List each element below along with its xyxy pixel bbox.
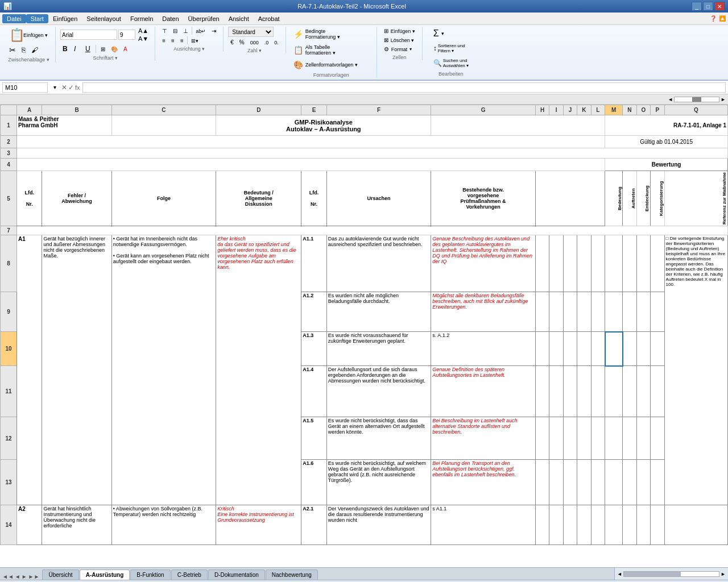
- cell-Q8[interactable]: □ Die vorliegende Einstufung der Bewertu…: [664, 235, 727, 505]
- cell-Q5[interactable]: Referenz zur Maßnahme: [664, 171, 727, 226]
- cell-H5[interactable]: [535, 171, 605, 226]
- cell-G9[interactable]: Möglichst alle denkbaren Beladungsfälle …: [431, 292, 536, 332]
- cell-O10[interactable]: [636, 332, 650, 366]
- col-header-I[interactable]: I: [549, 105, 563, 115]
- cell-B8[interactable]: Gerät hat bezüglich innerer und äußerer …: [42, 235, 111, 505]
- sheet-next-one-button[interactable]: ►: [22, 573, 27, 580]
- cell-G1[interactable]: [431, 115, 605, 136]
- formula-expand-button[interactable]: ▾: [50, 83, 59, 92]
- menu-ansicht[interactable]: Ansicht: [224, 14, 254, 23]
- horizontal-scrollbar[interactable]: [623, 571, 719, 577]
- cell-K8[interactable]: [577, 235, 591, 292]
- underline-button[interactable]: U: [83, 44, 93, 54]
- cell-M5[interactable]: Bedeutung: [605, 171, 623, 226]
- menu-formeln[interactable]: Formeln: [126, 14, 158, 23]
- cell-A1[interactable]: Maas & PeitherPharma GmbH: [16, 115, 111, 136]
- sheet-prev-one-button[interactable]: ◄: [15, 573, 20, 580]
- menu-acrobat[interactable]: Acrobat: [254, 14, 284, 23]
- cell-D14[interactable]: KritischEine korrekte Instrumentierung i…: [216, 505, 301, 545]
- cell-row7[interactable]: [16, 226, 727, 235]
- copy-button[interactable]: ⎘: [19, 44, 28, 56]
- currency-button[interactable]: €: [228, 38, 236, 47]
- col-header-P[interactable]: P: [651, 105, 664, 115]
- cell-G11[interactable]: Genaue Definition des späteren Aufstellu…: [431, 366, 536, 417]
- col-header-J[interactable]: J: [563, 105, 577, 115]
- col-header-L[interactable]: L: [591, 105, 605, 115]
- increase-decimal-button[interactable]: .0: [262, 38, 271, 47]
- cell-P10[interactable]: [651, 332, 664, 366]
- cell-P14[interactable]: [651, 505, 664, 545]
- scroll-right-icon[interactable]: ►: [721, 97, 726, 102]
- cell-J9[interactable]: [563, 292, 577, 332]
- cell-O8[interactable]: [636, 235, 650, 292]
- menu-ueberpruefen[interactable]: Überprüfen: [184, 14, 224, 23]
- text-direction-button[interactable]: ab↵: [193, 27, 208, 35]
- cell-E9[interactable]: A1.2: [301, 292, 326, 332]
- cell-N10[interactable]: [623, 332, 636, 366]
- col-header-Q[interactable]: Q: [664, 105, 727, 115]
- cell-D5[interactable]: Bedeutung /AllgemeineDiskussion: [216, 171, 301, 226]
- cell-E11[interactable]: A1.4: [301, 366, 326, 417]
- cell-G14[interactable]: s A1.1: [431, 505, 536, 545]
- sheet-tab-c-betrieb[interactable]: C-Betrieb: [171, 569, 208, 580]
- border-button[interactable]: ⊞: [98, 45, 107, 53]
- cell-F11[interactable]: Der Aufstellungsort und die sich daraus …: [326, 366, 431, 417]
- sheet-tab-uebersicht[interactable]: Übersicht: [42, 569, 78, 580]
- cell-O9[interactable]: [636, 292, 650, 332]
- number-format-select[interactable]: Standard Zahl Währung Datum: [228, 27, 274, 37]
- close-button[interactable]: ✕: [714, 2, 725, 11]
- cell-G12[interactable]: Bei Beschreibung im Lastenheft auch alte…: [431, 417, 536, 460]
- scroll-left-icon[interactable]: ◄: [668, 97, 673, 102]
- cell-A14[interactable]: A2: [16, 505, 42, 545]
- thousands-button[interactable]: 000: [248, 38, 261, 47]
- col-header-H[interactable]: H: [535, 105, 549, 115]
- cell-J10[interactable]: [563, 332, 577, 366]
- cell-G10[interactable]: s. A.1.2: [431, 332, 536, 366]
- sort-filter-button[interactable]: ↕Sortieren undFiltern ▾: [431, 41, 471, 55]
- format-cells-button[interactable]: ⚙Format ▾: [382, 45, 417, 53]
- col-header-B[interactable]: B: [42, 105, 111, 115]
- cell-K9[interactable]: [577, 292, 591, 332]
- format-painter-button[interactable]: 🖌: [29, 44, 40, 56]
- col-header-N[interactable]: N: [623, 105, 636, 115]
- insert-cells-button[interactable]: ⊞Einfügen ▾: [382, 27, 417, 35]
- cell-M13[interactable]: [605, 460, 623, 505]
- cell-F13[interactable]: Es wurde nicht berücksichtigt, auf welch…: [326, 460, 431, 505]
- confirm-formula-icon[interactable]: ✓: [68, 84, 74, 92]
- font-name-input[interactable]: [60, 30, 117, 40]
- cell-K14[interactable]: [577, 505, 591, 545]
- help-icon[interactable]: ❓: [710, 15, 717, 22]
- cell-M8[interactable]: [605, 235, 623, 292]
- cell-C8[interactable]: • Gerät hat im Innenbereich nicht das no…: [111, 235, 216, 505]
- cell-A5[interactable]: Lfd.Nr.: [16, 171, 42, 226]
- cell-D8[interactable]: Eher kritischda das Gerät so spezifizier…: [216, 235, 301, 505]
- cell-H9[interactable]: [535, 292, 549, 332]
- cell-B14[interactable]: Gerät hat hinsichtlich Instrumentierung …: [42, 505, 111, 545]
- cell-I10[interactable]: [549, 332, 563, 366]
- menu-start[interactable]: Start: [26, 14, 48, 23]
- cell-G8[interactable]: Genaue Beschreibung des Autoklaven und d…: [431, 235, 536, 292]
- sheet-next-button[interactable]: ►►: [28, 573, 40, 580]
- col-header-G[interactable]: G: [431, 105, 536, 115]
- menu-daten[interactable]: Daten: [158, 14, 183, 23]
- merge-button[interactable]: ⊞▾: [189, 36, 201, 45]
- align-center-button[interactable]: ≡: [169, 36, 177, 45]
- cell-D1[interactable]: GMP-RisikoanalyseAutoklav – A-Ausrüstung: [216, 115, 431, 136]
- cell-I9[interactable]: [549, 292, 563, 332]
- col-header-E[interactable]: E: [301, 105, 326, 115]
- sheet-tab-d-dokumentation[interactable]: D-Dokumentation: [208, 569, 265, 580]
- cell-L11[interactable]: [591, 366, 605, 417]
- cell-I12[interactable]: [549, 417, 563, 460]
- cell-A8[interactable]: A1: [16, 235, 42, 505]
- cell-F5[interactable]: Ursachen: [326, 171, 431, 226]
- cell-L10[interactable]: [591, 332, 605, 366]
- cell-M9[interactable]: [605, 292, 623, 332]
- cell-N5[interactable]: Auftreten: [623, 171, 636, 226]
- align-bottom-button[interactable]: ⊥: [181, 27, 191, 35]
- cell-E14[interactable]: A2.1: [301, 505, 326, 545]
- cell-K12[interactable]: [577, 417, 591, 460]
- cell-M2[interactable]: Gültig ab 01.04.2015: [605, 136, 728, 148]
- bold-button[interactable]: B: [60, 44, 71, 54]
- cell-N12[interactable]: [623, 417, 636, 460]
- cell-J14[interactable]: [563, 505, 577, 545]
